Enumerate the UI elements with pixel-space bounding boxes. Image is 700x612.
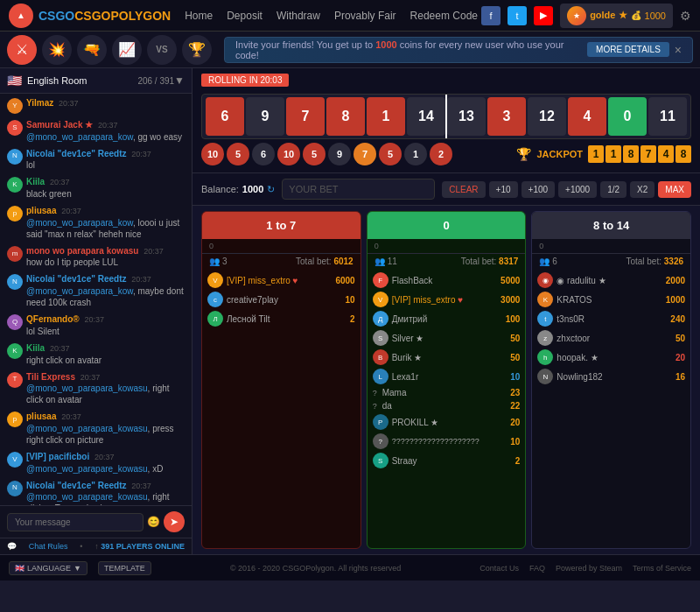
mine-icon[interactable]: 💥 <box>42 35 72 65</box>
room-count: 206 / 391 <box>137 76 174 86</box>
youtube-icon[interactable]: ▶ <box>534 6 553 25</box>
chat-avatar: Y <box>7 98 23 114</box>
close-promo-icon[interactable]: × <box>675 43 682 57</box>
chart-icon[interactable]: 📈 <box>112 35 142 65</box>
table-row: ? Mama 23 <box>373 388 521 397</box>
trophy-icon[interactable]: 🏆 <box>182 35 212 65</box>
roulette-item: 1 <box>367 97 405 136</box>
red-column-header[interactable]: 1 to 7 <box>202 212 360 239</box>
player-name: KRATOS <box>556 295 662 305</box>
player-avatar: S <box>373 453 388 468</box>
player-avatar: N <box>537 369 553 384</box>
jackpot-digits: 1 1 8 7 4 8 <box>588 145 691 163</box>
player-bet: 10 <box>510 372 520 382</box>
player-bet: 50 <box>676 334 685 343</box>
player-bet: 50 <box>510 334 520 343</box>
coin: 5 <box>227 143 249 165</box>
jackpot-display: 🏆 JACKPOT 1 1 8 7 4 8 <box>516 145 691 163</box>
top-navigation: ▲ CSGOCSGOPOLYGON Home Deposit Withdraw … <box>0 0 700 32</box>
green-column-header[interactable]: 0 <box>368 212 526 239</box>
player-avatar: B <box>373 349 388 365</box>
facebook-icon[interactable]: f <box>481 6 500 25</box>
player-bet: 1000 <box>666 295 685 305</box>
coin-flip-icon[interactable]: ⚔ <box>7 35 37 65</box>
coin: 1 <box>404 143 427 165</box>
online-count: 391 PLAYERS ONLINE <box>101 542 185 551</box>
terms-link[interactable]: Terms of Service <box>633 564 691 573</box>
jackpot-digit: 8 <box>623 145 639 163</box>
nav-provably-fair[interactable]: Provably Fair <box>334 10 396 22</box>
emoji-icon[interactable]: 😊 <box>147 516 160 528</box>
refresh-icon[interactable]: ↻ <box>267 184 275 195</box>
logo[interactable]: ▲ CSGOCSGOPOLYGON <box>9 4 171 28</box>
chat-avatar: K <box>7 343 23 359</box>
player-bet: 6000 <box>335 276 354 285</box>
red-players-list: V [VIP] miss_extro ♥ 6000 c creative7pla… <box>202 269 360 548</box>
more-details-button[interactable]: MORE DETAILS <box>587 42 669 57</box>
chat-footer: 💬 Chat Rules • ↑ 391 PLAYERS ONLINE <box>0 538 192 554</box>
settings-icon[interactable]: ⚙ <box>680 9 691 23</box>
list-item: S Samurai Jack ★ 20:37 @mono_wo_parapara… <box>7 119 185 143</box>
contact-us-link[interactable]: Contact Us <box>480 564 519 573</box>
chat-messages: Y Yilmaz 20:37 S Samurai Jack ★ 20:37 @m… <box>0 94 192 505</box>
powered-by-link[interactable]: Powered by Steam <box>556 564 622 573</box>
player-bet: 50 <box>510 353 520 362</box>
player-name: Nowling182 <box>556 372 672 382</box>
nav-withdraw[interactable]: Withdraw <box>276 10 320 22</box>
roulette-item: 3 <box>487 97 526 136</box>
player-avatar: S <box>373 330 388 346</box>
clear-button[interactable]: CLEAR <box>442 181 485 198</box>
chat-username: Nicolai "dev1ce" Reedtz <box>26 481 127 490</box>
avatar: ★ <box>567 6 586 25</box>
player-avatar: F <box>373 272 388 288</box>
x2-button[interactable]: X2 <box>630 181 654 198</box>
footer-right: Contact Us FAQ Powered by Steam Terms of… <box>480 564 691 573</box>
player-bet: 10 <box>346 295 355 305</box>
roulette-item: 0 <box>608 97 647 136</box>
max-button[interactable]: MAX <box>658 181 691 198</box>
shoot-icon[interactable]: 🔫 <box>77 35 107 65</box>
balance-label: Balance: <box>201 184 239 194</box>
player-avatar: V <box>207 272 223 288</box>
player-avatar: P <box>373 414 388 430</box>
template-button[interactable]: TEMPLATE <box>98 561 151 575</box>
player-bet: 2 <box>350 314 355 324</box>
jackpot-digit: 8 <box>676 145 691 163</box>
list-item: p pliusaa 20:37 @mono_wo_parapara_kowasu… <box>7 411 185 446</box>
jackpot-digit: 1 <box>588 145 604 163</box>
chat-avatar: N <box>7 481 23 496</box>
chat-avatar: N <box>7 274 23 290</box>
vs-icon[interactable]: VS <box>147 35 177 65</box>
send-message-button[interactable]: ➤ <box>164 511 185 532</box>
half-button[interactable]: 1/2 <box>600 181 626 198</box>
room-dropdown-icon[interactable]: ▼ <box>174 74 185 87</box>
plus10-button[interactable]: +10 <box>489 181 518 198</box>
green-players-list: F FlashBack 5000 V [VIP] miss_extro ♥ 30… <box>368 269 526 548</box>
language-selector[interactable]: 🇬🇧 LANGUAGE ▼ <box>9 561 88 575</box>
user-info[interactable]: ★ golde ★ 💰 1000 <box>560 4 673 28</box>
username: golde ★ <box>590 10 626 21</box>
chevron-down-icon: ▼ <box>74 564 81 573</box>
nav-home[interactable]: Home <box>185 10 213 22</box>
list-item: N Nicolai "dev1ce" Reedtz 20:37 @mono_wo… <box>7 273 185 308</box>
bet-area: Balance: 1000 ↻ YOUR BET CLEAR +10 +100 … <box>192 173 700 206</box>
plus1000-button[interactable]: +1000 <box>558 181 597 198</box>
list-item: N Nicolai "dev1ce" Reedtz 20:37 lol <box>7 148 185 172</box>
nav-deposit[interactable]: Deposit <box>227 10 262 22</box>
chat-input[interactable] <box>7 513 144 531</box>
dark-column-header[interactable]: 8 to 14 <box>532 212 690 239</box>
chat-rules-link[interactable]: Chat Rules <box>29 542 68 551</box>
table-row: F FlashBack 5000 <box>373 272 521 288</box>
table-row: L Lexa1r 10 <box>373 369 521 384</box>
twitter-icon[interactable]: t <box>508 6 527 25</box>
nav-redeem-code[interactable]: Redeem Code <box>410 10 478 22</box>
main-layout: 🇺🇸 English Room 206 / 391 ▼ Y Yilmaz 20:… <box>0 68 700 554</box>
jackpot-label: JACKPOT <box>536 149 583 159</box>
bet-input[interactable] <box>282 179 435 200</box>
faq-link[interactable]: FAQ <box>529 564 545 573</box>
coin: 2 <box>430 143 452 165</box>
player-name: Дмитрий <box>392 314 502 324</box>
chat-username: Kiila <box>26 177 45 186</box>
dark-players-list: ◉ ◉ radulitu ★ 2000 K KRATOS 1000 t t3ns… <box>532 269 690 548</box>
plus100-button[interactable]: +100 <box>522 181 556 198</box>
